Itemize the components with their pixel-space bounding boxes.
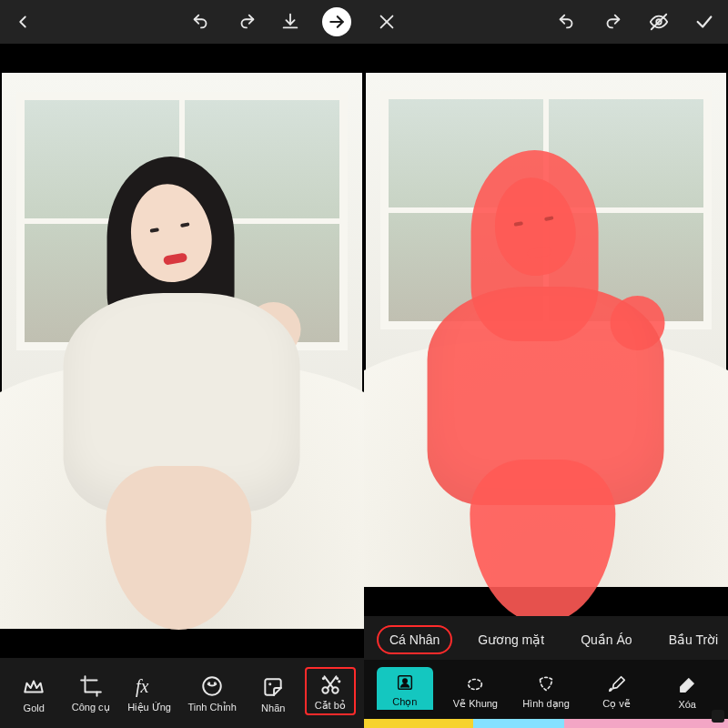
topbar-left bbox=[0, 0, 364, 44]
crop-icon bbox=[79, 674, 103, 698]
chip-sky[interactable]: Bầu Trời bbox=[658, 627, 728, 652]
svg-point-3 bbox=[208, 682, 209, 683]
svg-point-16 bbox=[403, 679, 407, 682]
tool-label: Cắt bỏ bbox=[315, 700, 346, 712]
sel-label: Vẽ Khung bbox=[453, 698, 498, 710]
back-icon[interactable] bbox=[13, 12, 33, 32]
tool-tools[interactable]: Công cụ bbox=[66, 671, 116, 715]
svg-point-8 bbox=[337, 678, 338, 679]
svg-point-5 bbox=[269, 683, 270, 684]
tool-label: Nhãn bbox=[261, 703, 285, 713]
sel-select[interactable]: Chọn bbox=[377, 667, 433, 710]
outline-icon bbox=[464, 674, 486, 694]
cutout-category-row: Cá Nhân Gương mặt Quần Áo Bầu Trời bbox=[364, 616, 728, 660]
sel-label: Cọ vẽ bbox=[602, 698, 631, 710]
svg-text:fx: fx bbox=[136, 676, 149, 697]
next-button[interactable] bbox=[322, 7, 351, 36]
chip-person[interactable]: Cá Nhân bbox=[377, 625, 452, 654]
sel-brush[interactable]: Cọ vẽ bbox=[589, 669, 645, 710]
sel-label: Hình dạng bbox=[522, 698, 570, 710]
undo-icon[interactable] bbox=[189, 12, 213, 32]
sel-shape[interactable]: Hình dạng bbox=[518, 669, 574, 710]
svg-point-4 bbox=[215, 682, 216, 683]
svg-point-17 bbox=[469, 680, 482, 690]
tool-label: Gold bbox=[24, 703, 45, 713]
tool-label: Hiệu Ứng bbox=[127, 702, 171, 713]
adjust-icon bbox=[199, 674, 225, 698]
tool-label: Tinh Chỉnh bbox=[187, 702, 236, 713]
fx-icon: fx bbox=[136, 674, 163, 698]
tool-label: Công cụ bbox=[72, 702, 110, 713]
brush-icon bbox=[606, 674, 628, 694]
svg-point-10 bbox=[339, 681, 339, 682]
selection-tools-row: Chọn Vẽ Khung Hình dạng bbox=[364, 660, 728, 719]
tool-sticker[interactable]: Nhãn bbox=[248, 672, 298, 715]
erase-icon bbox=[676, 675, 698, 695]
select-person-icon bbox=[394, 672, 416, 693]
ad-banner[interactable] bbox=[364, 719, 728, 728]
sticker-icon bbox=[261, 675, 285, 699]
cutout-screen-right: Cá Nhân Gương mặt Quần Áo Bầu Trời Chọn … bbox=[364, 0, 728, 728]
sel-erase[interactable]: Xóa bbox=[659, 670, 715, 710]
image-canvas-left[interactable] bbox=[0, 44, 364, 658]
redo-icon[interactable] bbox=[235, 12, 258, 32]
sel-label: Chọn bbox=[392, 696, 417, 708]
bottom-toolbar-right: Cá Nhân Gương mặt Quần Áo Bầu Trời Chọn … bbox=[364, 616, 728, 728]
crown-icon bbox=[22, 675, 46, 699]
editor-screen-left: Gold Công cụ fx Hiệu Ứng bbox=[0, 0, 364, 728]
tool-gold[interactable]: Gold bbox=[8, 672, 59, 715]
tool-fx[interactable]: fx Hiệu Ứng bbox=[122, 671, 177, 715]
chip-face[interactable]: Gương mặt bbox=[467, 627, 555, 652]
cutout-icon bbox=[318, 672, 342, 696]
image-canvas-right[interactable] bbox=[364, 44, 728, 616]
undo-icon[interactable] bbox=[555, 12, 579, 32]
bottom-toolbar-left: Gold Công cụ fx Hiệu Ứng bbox=[0, 658, 364, 728]
close-icon[interactable] bbox=[377, 12, 397, 32]
tool-cutout[interactable]: Cắt bỏ bbox=[305, 667, 356, 715]
svg-point-9 bbox=[322, 678, 323, 679]
shape-icon bbox=[535, 674, 557, 694]
topbar-right bbox=[364, 0, 728, 44]
sel-label: Xóa bbox=[678, 699, 696, 710]
sel-outline[interactable]: Vẽ Khung bbox=[447, 669, 503, 710]
chip-clothes[interactable]: Quần Áo bbox=[570, 627, 642, 652]
download-icon[interactable] bbox=[280, 12, 300, 32]
eye-crossed-icon[interactable] bbox=[646, 12, 672, 32]
confirm-icon[interactable] bbox=[693, 12, 715, 32]
tool-adjust[interactable]: Tinh Chỉnh bbox=[182, 671, 241, 715]
redo-icon[interactable] bbox=[601, 12, 624, 32]
